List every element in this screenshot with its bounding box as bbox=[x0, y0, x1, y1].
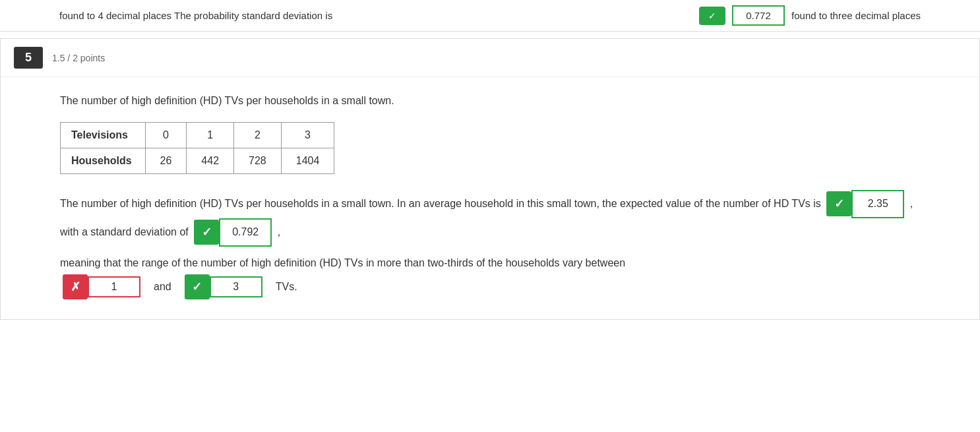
top-strip-text-left: found to 4 decimal places The probabilit… bbox=[59, 10, 692, 21]
table-cell-tv-1: 1 bbox=[187, 123, 234, 148]
table-cell-tv-0: 0 bbox=[145, 123, 187, 148]
range-and-text: and bbox=[154, 281, 171, 293]
expected-value-group: ✓2.35 bbox=[826, 190, 904, 218]
expected-value-indicator: ✓ bbox=[826, 191, 851, 216]
question-points: 1.5 / 2 points bbox=[52, 53, 105, 63]
question-intro-text: The number of high definition (HD) TVs p… bbox=[60, 93, 920, 109]
question-header: 5 1.5 / 2 points bbox=[1, 39, 979, 77]
question-number-badge: 5 bbox=[14, 47, 43, 69]
body-text: The number of high definition (HD) TVs p… bbox=[60, 198, 821, 209]
range-low-indicator: ✗ bbox=[63, 274, 88, 299]
std-dev-group: ✓0.792 bbox=[194, 218, 272, 247]
range-answer-row: ✗1 and ✓3 TVs. bbox=[60, 274, 920, 299]
range-text: meaning that the range of the number of … bbox=[60, 257, 920, 269]
table-cell-televisions-label: Televisions bbox=[61, 123, 146, 148]
std-dev-box[interactable]: 0.792 bbox=[219, 218, 272, 247]
range-high-group: ✓3 bbox=[185, 274, 262, 299]
question-body: The number of high definition (HD) TVs p… bbox=[1, 77, 979, 319]
top-strip-text-right: found to three decimal places bbox=[791, 10, 921, 21]
range-low-box[interactable]: 1 bbox=[88, 276, 140, 297]
std-dev-comma: , bbox=[278, 226, 280, 237]
page-wrapper: found to 4 decimal places The probabilit… bbox=[0, 0, 980, 432]
table-cell-hh-1404: 1404 bbox=[281, 148, 334, 174]
table-cell-hh-442: 442 bbox=[187, 148, 234, 174]
table-row-headers: Televisions 0 1 2 3 bbox=[61, 123, 334, 148]
answer-paragraph-1: The number of high definition (HD) TVs p… bbox=[60, 190, 920, 247]
table-cell-tv-3: 3 bbox=[281, 123, 334, 148]
top-strip: found to 4 decimal places The probabilit… bbox=[0, 0, 980, 32]
top-answer-box: 0.772 bbox=[732, 5, 785, 26]
top-green-check-button[interactable]: ✓ bbox=[699, 7, 725, 25]
range-high-box[interactable]: 3 bbox=[210, 276, 262, 297]
data-table: Televisions 0 1 2 3 Households 26 442 72… bbox=[60, 122, 334, 174]
range-suffix: TVs. bbox=[276, 281, 297, 293]
range-low-group: ✗1 bbox=[63, 274, 140, 299]
table-cell-hh-728: 728 bbox=[234, 148, 282, 174]
range-high-indicator: ✓ bbox=[185, 274, 210, 299]
table-cell-hh-26: 26 bbox=[145, 148, 187, 174]
table-cell-households-label: Households bbox=[61, 148, 146, 174]
question-section: 5 1.5 / 2 points The number of high defi… bbox=[0, 38, 980, 320]
expected-value-box[interactable]: 2.35 bbox=[851, 190, 904, 218]
std-dev-indicator: ✓ bbox=[194, 220, 219, 245]
table-row-households: Households 26 442 728 1404 bbox=[61, 148, 334, 174]
top-check-icon: ✓ bbox=[708, 11, 716, 21]
table-cell-tv-2: 2 bbox=[234, 123, 282, 148]
